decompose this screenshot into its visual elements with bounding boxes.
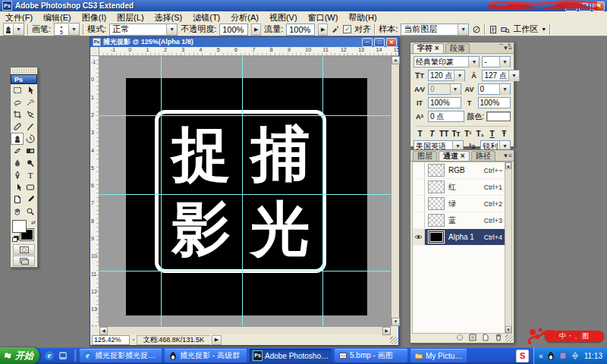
vertical-scale-field[interactable]: 100% — [428, 97, 461, 108]
zoom-tool[interactable] — [24, 206, 36, 218]
pen-tool[interactable] — [11, 169, 24, 181]
visibility-toggle-empty[interactable] — [413, 196, 425, 212]
zoom-percentage-field[interactable]: 125.42% — [92, 335, 130, 345]
type-tool[interactable]: T — [24, 169, 36, 181]
visibility-eye-icon[interactable] — [413, 229, 425, 245]
start-button[interactable]: 开始 — [0, 347, 39, 364]
go-to-bridge-icon[interactable] — [501, 25, 510, 34]
channel-thumbnail[interactable] — [428, 180, 445, 193]
resize-grip[interactable] — [390, 337, 398, 344]
text-style-button-2[interactable]: TT — [439, 130, 449, 138]
delete-channel-icon[interactable] — [494, 333, 503, 342]
horizontal-scrollbar[interactable]: ◀ ▶ — [99, 326, 391, 334]
qq-penguin-icon[interactable] — [546, 351, 555, 360]
opacity-slider-button[interactable]: ▶ — [251, 24, 261, 36]
guide-vertical[interactable] — [161, 56, 162, 326]
toolbox-ps-logo[interactable]: Ps — [11, 74, 37, 84]
taskbar-task-2[interactable]: PsAdobe Photoshop CS3... — [250, 349, 332, 362]
quick-launch-ie-icon[interactable]: e — [44, 350, 55, 361]
eyedropper-tool[interactable] — [24, 193, 36, 206]
font-family-select[interactable]: 经典繁印篆▼ — [414, 56, 480, 67]
shape-tool[interactable] — [24, 181, 36, 193]
tab-paragraph[interactable]: 段落 — [445, 43, 470, 53]
tray-expand-icon[interactable]: « — [539, 352, 543, 360]
text-style-button-4[interactable]: T¹ — [463, 130, 473, 138]
channel-row-alpha-1[interactable]: Alpha 1Ctrl+4 — [413, 229, 505, 246]
workspace-label[interactable]: 工作区 — [513, 24, 538, 35]
text-style-button-3[interactable]: Tт — [451, 130, 461, 138]
menu-item-5[interactable]: 滤镜(T) — [187, 12, 225, 23]
baseline-shift-field[interactable]: 0 点 — [428, 111, 464, 122]
canvas-area[interactable]: 捉 捕 影 光 — [99, 56, 391, 326]
channel-thumbnail[interactable] — [428, 197, 445, 210]
menu-item-3[interactable]: 图层(L) — [112, 12, 149, 23]
channel-row--[interactable]: 绿Ctrl+2 — [413, 196, 505, 212]
magic-wand-tool[interactable] — [24, 96, 36, 108]
brush-tool[interactable] — [24, 121, 36, 133]
tab-layers[interactable]: 图层 — [413, 151, 437, 161]
document-titlebar[interactable]: Ps 捕光捉影 @ 125%(Alpha 1/8) ─ □ ✕ — [90, 37, 398, 47]
text-style-button-5[interactable]: T₁ — [475, 130, 485, 138]
menu-item-9[interactable]: 帮助(H) — [343, 12, 382, 23]
visibility-toggle-empty[interactable] — [413, 162, 425, 178]
toggle-palettes-icon[interactable] — [489, 25, 498, 34]
channel-row-rgb[interactable]: RGBCtrl+~ — [413, 162, 505, 179]
ruler-corner[interactable] — [90, 47, 99, 56]
dodge-tool[interactable] — [24, 157, 36, 169]
doc-close-button[interactable]: ✕ — [386, 38, 397, 47]
save-selection-as-channel-icon[interactable] — [468, 333, 477, 342]
aligned-checkbox[interactable]: ✓ — [343, 25, 351, 33]
taskbar-task-1[interactable]: 捕光捉影 - 高级群 — [165, 349, 247, 362]
tracking-field[interactable]: 0▼ — [478, 83, 511, 95]
channel-row--[interactable]: 红Ctrl+1 — [413, 179, 505, 196]
leading-field[interactable]: 127 点▼ — [482, 70, 519, 81]
panel-menu-icon[interactable]: ▼≡ — [502, 152, 512, 159]
doc-maximize-button[interactable]: □ — [374, 38, 385, 47]
doc-minimize-button[interactable]: ─ — [362, 38, 373, 47]
quick-launch-browser-icon[interactable] — [58, 350, 68, 361]
opacity-input[interactable]: 100% — [219, 24, 248, 36]
visibility-toggle-empty[interactable] — [413, 212, 425, 228]
channel-thumbnail[interactable] — [428, 214, 445, 227]
menu-item-8[interactable]: 窗口(W) — [303, 12, 344, 23]
tab-channels[interactable]: 通道 × — [439, 151, 470, 161]
hand-tool[interactable] — [11, 206, 24, 218]
vertical-scrollbar[interactable]: ▲ ▼ — [391, 56, 399, 326]
history-brush-tool[interactable] — [24, 133, 36, 145]
horizontal-ruler[interactable]: -10123456789101112131415 — [99, 47, 398, 56]
status-menu-button[interactable]: ▶ — [212, 335, 222, 345]
text-style-button-1[interactable]: T — [427, 130, 437, 138]
menu-item-1[interactable]: 编辑(E) — [38, 12, 77, 23]
tray-app-icon[interactable]: S — [516, 350, 529, 362]
new-channel-icon[interactable] — [481, 333, 490, 342]
rectangular-marquee-tool[interactable] — [11, 84, 24, 96]
gradient-tool[interactable] — [24, 145, 36, 157]
path-selection-tool[interactable] — [11, 181, 24, 193]
channel-row--[interactable]: 蓝Ctrl+3 — [413, 212, 505, 229]
guide-horizontal[interactable] — [99, 115, 391, 116]
brush-preset-picker[interactable]: • 5 ▼ — [54, 23, 80, 36]
panel-menu-icon[interactable]: ▼≡ — [502, 45, 512, 52]
menu-item-6[interactable]: 分析(A) — [225, 12, 264, 23]
kerning-field[interactable]: 0▼ — [428, 83, 461, 95]
swap-colors-icon[interactable]: ⇄ — [31, 220, 36, 226]
eraser-tool[interactable] — [11, 145, 24, 157]
guide-horizontal[interactable] — [99, 194, 391, 195]
menu-item-7[interactable]: 视图(V) — [264, 12, 303, 23]
tray-ie-icon[interactable] — [571, 351, 580, 360]
clone-stamp-tool[interactable] — [11, 133, 24, 145]
taskbar-task-3[interactable]: 5.bmp - 画图 — [335, 349, 407, 362]
tab-character[interactable]: 字符 × — [413, 43, 444, 53]
foreground-color-swatch[interactable] — [13, 221, 26, 232]
text-color-swatch[interactable] — [486, 111, 511, 121]
screen-mode-button[interactable] — [13, 256, 35, 266]
quick-mask-button[interactable] — [13, 244, 35, 255]
notes-tool[interactable] — [11, 193, 24, 206]
tray-shield-icon[interactable] — [558, 351, 568, 360]
healing-brush-tool[interactable] — [11, 121, 24, 133]
font-style-select[interactable]: -▼ — [482, 56, 511, 67]
horizontal-scale-field[interactable]: 100% — [478, 97, 511, 108]
tool-preset-picker[interactable]: ▼ — [3, 23, 24, 36]
visibility-toggle-empty[interactable] — [413, 179, 425, 195]
channel-thumbnail[interactable] — [428, 164, 445, 177]
